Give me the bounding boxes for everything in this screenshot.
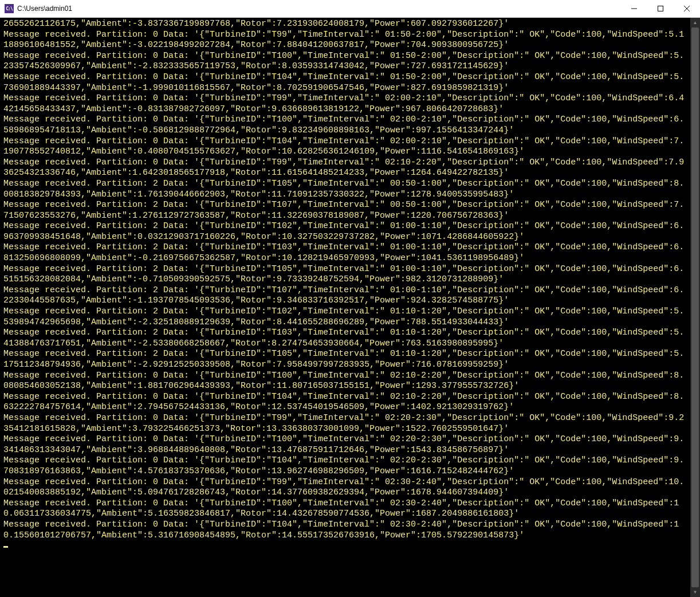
- app-icon: C:\: [5, 4, 14, 13]
- terminal-body: 26552621126175,"Ambient":-3.837336719989…: [0, 18, 700, 597]
- scroll-down-button[interactable]: ▼: [690, 587, 700, 597]
- svg-rect-1: [658, 6, 663, 11]
- maximize-button[interactable]: [647, 0, 674, 17]
- scroll-up-button[interactable]: ▲: [690, 18, 700, 28]
- terminal-output[interactable]: 26552621126175,"Ambient":-3.837336719989…: [0, 18, 690, 597]
- vertical-scrollbar[interactable]: ▲ ▼: [690, 18, 700, 597]
- titlebar[interactable]: C:\ C:\Users\admin01: [0, 0, 700, 18]
- cursor: [3, 546, 8, 548]
- scroll-thumb[interactable]: [691, 28, 699, 587]
- minimize-button[interactable]: [621, 0, 647, 17]
- terminal-window: C:\ C:\Users\admin01 26552621126175,"Amb…: [0, 0, 700, 597]
- window-controls: [621, 0, 700, 17]
- window-title: C:\Users\admin01: [17, 5, 621, 13]
- close-button[interactable]: [674, 0, 700, 17]
